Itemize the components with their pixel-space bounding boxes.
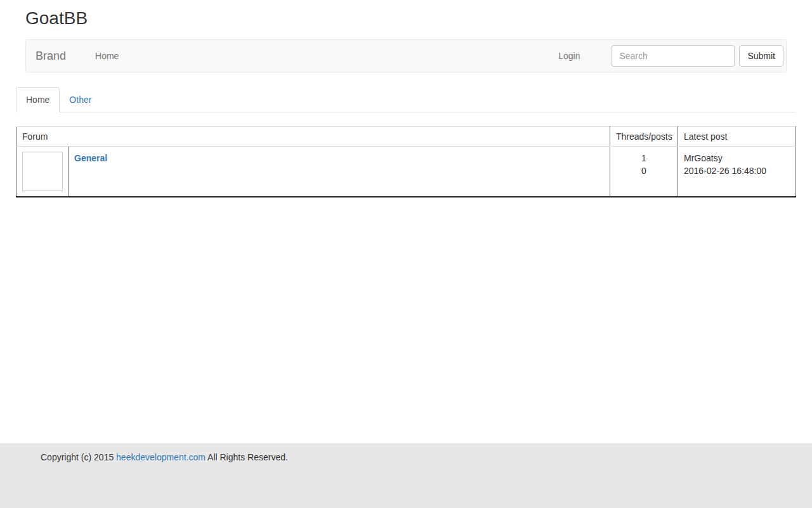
- threads-count: 1: [616, 152, 672, 164]
- navbar-link-login[interactable]: Login: [558, 51, 580, 61]
- copyright-text-prefix: Copyright (c) 2015: [41, 452, 116, 462]
- latest-post-time: 2016-02-26 16:48:00: [684, 164, 790, 177]
- search-input[interactable]: [611, 45, 735, 67]
- navbar: Brand Home Login Submit: [25, 39, 787, 72]
- forum-name-cell: General: [69, 147, 610, 197]
- column-header-forum: Forum: [16, 127, 610, 147]
- threads-posts-cell: 1 0: [610, 147, 678, 197]
- forum-table: Forum Threads/posts Latest post General …: [16, 126, 796, 197]
- forum-image-placeholder: [22, 152, 63, 191]
- navbar-brand[interactable]: Brand: [26, 50, 75, 63]
- footer: Copyright (c) 2015 heekdevelopment.com A…: [0, 443, 812, 508]
- page-title: GoatBB: [0, 0, 812, 29]
- forum-row: General 1 0 MrGoatsy 2016-02-26 16:48:00: [16, 147, 796, 197]
- tab-bar: Home Other: [16, 87, 796, 112]
- footer-link-heekdevelopment[interactable]: heekdevelopment.com: [116, 452, 206, 462]
- navbar-link-home[interactable]: Home: [95, 51, 119, 61]
- tab-other[interactable]: Other: [60, 88, 101, 112]
- latest-post-cell: MrGoatsy 2016-02-26 16:48:00: [678, 147, 796, 197]
- posts-count: 0: [616, 164, 672, 177]
- search-submit-button[interactable]: Submit: [739, 45, 783, 67]
- forum-image-cell: [16, 147, 69, 197]
- forum-table-header-row: Forum Threads/posts Latest post: [16, 127, 796, 147]
- column-header-threads-posts: Threads/posts: [610, 127, 678, 147]
- forum-link-general[interactable]: General: [74, 153, 107, 163]
- latest-post-author: MrGoatsy: [684, 152, 790, 164]
- main-content: Home Other Forum Threads/posts Latest po…: [16, 87, 796, 197]
- tab-home[interactable]: Home: [16, 87, 60, 112]
- copyright-text-suffix: All Rights Reserved.: [206, 452, 288, 462]
- navbar-right-group: Login Submit: [558, 45, 786, 67]
- column-header-latest-post: Latest post: [678, 127, 796, 147]
